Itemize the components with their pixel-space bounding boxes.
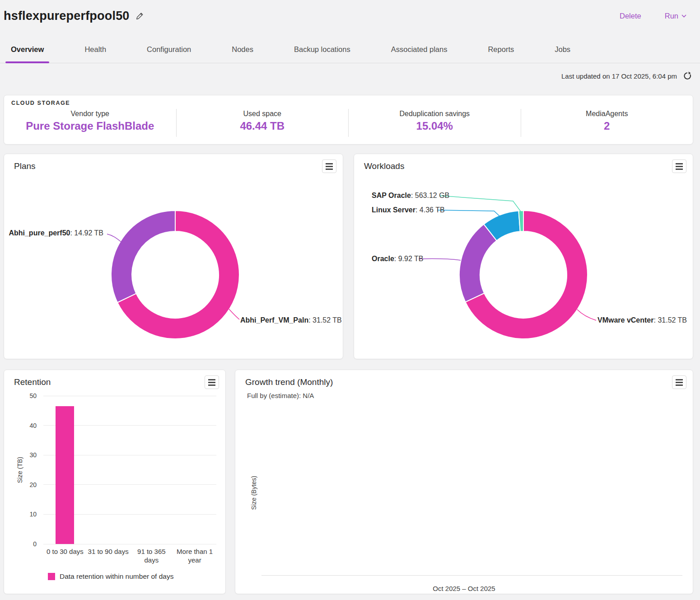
y-tick-label: 0 bbox=[18, 540, 37, 548]
slice-label-value: 563.12 GB bbox=[411, 192, 449, 199]
edit-title-button[interactable] bbox=[135, 11, 145, 21]
chevron-down-icon bbox=[681, 14, 686, 18]
run-button[interactable]: Run bbox=[665, 12, 686, 20]
y-tick-label: 10 bbox=[18, 511, 37, 518]
gridline bbox=[43, 396, 216, 396]
refresh-button[interactable] bbox=[681, 70, 693, 82]
stat-value: Pure Storage FlashBlade bbox=[4, 120, 176, 132]
tab-associated-plans[interactable]: Associated plans bbox=[386, 28, 453, 63]
tab-reports[interactable]: Reports bbox=[482, 28, 519, 63]
retention-y-axis-label: Size (TB) bbox=[16, 457, 23, 483]
slice-label-name: Linux Server bbox=[372, 206, 415, 214]
workloads-label-sap-oracle: SAP Oracle563.12 GB bbox=[372, 192, 449, 200]
tab-health[interactable]: Health bbox=[79, 28, 112, 63]
leader-line bbox=[419, 259, 461, 260]
workloads-donut-slices bbox=[459, 211, 588, 339]
growth-chart-menu-icon[interactable] bbox=[672, 375, 686, 389]
leader-line bbox=[437, 210, 500, 216]
stat-deduplication-savings: Deduplication savings 15.04% bbox=[349, 109, 521, 137]
tab-jobs[interactable]: Jobs bbox=[549, 28, 576, 63]
slice-label-value: 14.92 TB bbox=[70, 229, 103, 237]
tab-configuration[interactable]: Configuration bbox=[141, 28, 196, 63]
workloads-label-vmware-vcenter: VMware vCenter31.52 TB bbox=[597, 316, 687, 324]
retention-x-categories: 0 to 30 days31 to 90 days91 to 365 daysM… bbox=[43, 547, 216, 564]
plans-label-abhi-perf-vm-paln: Abhi_Perf_VM_Paln31.52 TB bbox=[240, 316, 342, 324]
growth-x-axis-label: Oct 2025 – Oct 2025 bbox=[235, 585, 693, 592]
y-tick-label: 20 bbox=[18, 481, 37, 488]
retention-plot[interactable] bbox=[43, 396, 216, 544]
delete-button[interactable]: Delete bbox=[620, 12, 641, 20]
plans-card: Plans Abhi_pure_perf5014.92 TB Abhi_Perf… bbox=[4, 154, 343, 359]
slice-label-value: 31.52 TB bbox=[654, 316, 687, 324]
x-category-label: 31 to 90 days bbox=[87, 547, 130, 564]
retention-chart-menu-icon[interactable] bbox=[205, 375, 219, 389]
stat-vendor-type: Vendor type Pure Storage FlashBlade bbox=[4, 109, 177, 137]
retention-bar-0-to-30-days[interactable] bbox=[56, 406, 74, 544]
retention-card-title: Retention bbox=[14, 377, 51, 387]
y-tick-label: 50 bbox=[18, 392, 37, 399]
tab-overview[interactable]: Overview bbox=[5, 28, 49, 63]
slice-label-value: 31.52 TB bbox=[308, 316, 342, 324]
last-updated-text: Last updated on 17 Oct 2025, 6:04 pm bbox=[561, 72, 677, 80]
growth-trend-card-title: Growth trend (Monthly) bbox=[245, 377, 333, 387]
donut-slice-oracle[interactable] bbox=[459, 224, 497, 302]
slice-label-name: Oracle bbox=[372, 255, 394, 262]
slice-label-name: SAP Oracle bbox=[372, 192, 411, 199]
retention-card: Retention Size (TB) 50403020100 0 to 30 … bbox=[4, 370, 226, 594]
delete-button-label: Delete bbox=[620, 12, 641, 20]
growth-full-by-estimate: Full by (estimate): N/A bbox=[247, 392, 314, 399]
x-category-label: 0 to 30 days bbox=[43, 547, 87, 564]
y-tick-label: 30 bbox=[18, 451, 37, 459]
cloud-storage-stats: Vendor type Pure Storage FlashBlade Used… bbox=[4, 109, 693, 137]
stat-value: 2 bbox=[521, 120, 693, 132]
tab-backup-locations[interactable]: Backup locations bbox=[289, 28, 356, 63]
stat-value: 46.44 TB bbox=[177, 120, 349, 132]
last-updated-row: Last updated on 17 Oct 2025, 6:04 pm bbox=[0, 63, 700, 89]
slice-label-name: Abhi_Perf_VM_Paln bbox=[240, 316, 308, 324]
retention-legend[interactable]: Data retention within number of days bbox=[48, 572, 173, 581]
stat-label: Used space bbox=[177, 110, 349, 118]
slice-label-name: Abhi_pure_perf50 bbox=[9, 229, 70, 237]
y-tick-label: 40 bbox=[18, 422, 37, 429]
slice-label-value: 9.92 TB bbox=[394, 255, 424, 262]
plans-donut-slices bbox=[111, 211, 239, 339]
run-button-label: Run bbox=[665, 12, 678, 20]
growth-y-axis-label: Size (Bytes) bbox=[250, 476, 257, 510]
cloud-storage-section-label: CLOUD STORAGE bbox=[4, 100, 693, 106]
main-content: CLOUD STORAGE Vendor type Pure Storage F… bbox=[4, 95, 693, 594]
donut-slice-abhi-pure-perf50[interactable] bbox=[111, 211, 175, 303]
plans-donut-chart[interactable] bbox=[4, 154, 344, 360]
stat-used-space: Used space 46.44 TB bbox=[177, 109, 349, 137]
leader-line bbox=[229, 309, 239, 319]
growth-x-axis-line bbox=[261, 575, 682, 576]
x-category-label: 91 to 365 days bbox=[130, 547, 173, 564]
workloads-label-oracle: Oracle9.92 TB bbox=[372, 255, 423, 263]
legend-swatch bbox=[48, 573, 55, 580]
page-header: hsflexpureperfpool50 Delete Run bbox=[0, 0, 700, 25]
plans-label-abhi-pure-perf50: Abhi_pure_perf5014.92 TB bbox=[9, 229, 103, 237]
stat-label: Deduplication savings bbox=[349, 110, 521, 118]
workloads-label-linux-server: Linux Server4.36 TB bbox=[372, 206, 445, 214]
leader-line bbox=[107, 234, 121, 242]
slice-label-value: 4.36 TB bbox=[415, 206, 445, 214]
slice-label-name: VMware vCenter bbox=[597, 316, 654, 324]
stat-value: 15.04% bbox=[349, 120, 521, 132]
leader-line bbox=[439, 196, 521, 211]
refresh-icon bbox=[682, 71, 692, 81]
cloud-storage-card: CLOUD STORAGE Vendor type Pure Storage F… bbox=[4, 95, 693, 145]
stat-label: Vendor type bbox=[4, 110, 176, 118]
stat-mediaagents: MediaAgents 2 bbox=[521, 109, 693, 137]
tab-bar: Overview Health Configuration Nodes Back… bbox=[0, 28, 700, 63]
pencil-icon bbox=[135, 12, 144, 20]
x-category-label: More than 1 year bbox=[173, 547, 216, 564]
growth-trend-card: Growth trend (Monthly) Full by (estimate… bbox=[235, 370, 693, 594]
stat-label: MediaAgents bbox=[521, 110, 693, 118]
tab-nodes[interactable]: Nodes bbox=[226, 28, 259, 63]
legend-label: Data retention within number of days bbox=[60, 572, 173, 581]
workloads-card: Workloads SAP Oracle563.12 GB Linux Serv… bbox=[354, 154, 693, 359]
page-title: hsflexpureperfpool50 bbox=[4, 9, 130, 23]
leader-line bbox=[577, 309, 596, 320]
